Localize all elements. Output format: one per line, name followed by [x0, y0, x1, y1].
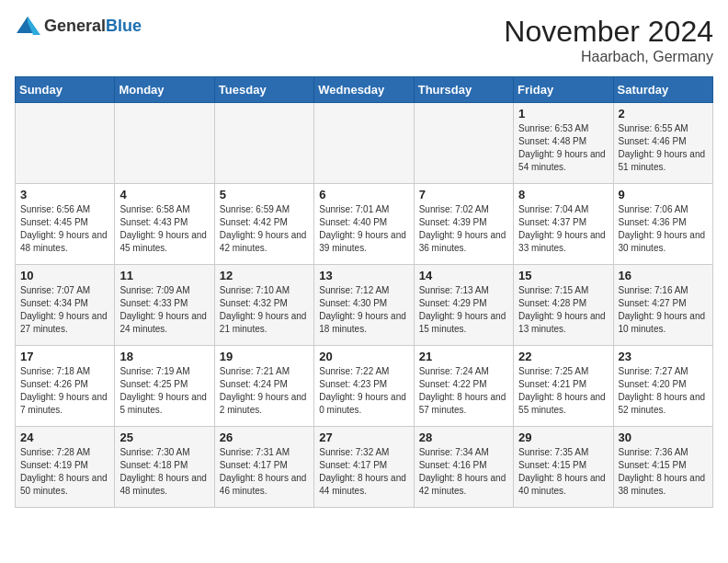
day-number: 26 [220, 431, 309, 444]
day-number: 13 [319, 269, 408, 282]
calendar-cell: 26Sunrise: 7:31 AM Sunset: 4:17 PM Dayli… [214, 427, 313, 508]
day-info: Sunrise: 6:58 AM Sunset: 4:43 PM Dayligh… [119, 203, 209, 255]
day-number: 7 [419, 188, 508, 201]
calendar-cell: 24Sunrise: 7:28 AM Sunset: 4:19 PM Dayli… [16, 427, 115, 508]
day-info: Sunrise: 7:13 AM Sunset: 4:29 PM Dayligh… [419, 284, 508, 336]
day-info: Sunrise: 7:15 AM Sunset: 4:28 PM Dayligh… [518, 284, 608, 336]
day-number: 4 [119, 188, 209, 201]
calendar-cell [414, 103, 513, 184]
day-number: 15 [518, 269, 608, 282]
calendar-cell: 28Sunrise: 7:34 AM Sunset: 4:16 PM Dayli… [414, 427, 513, 508]
day-number: 9 [619, 188, 708, 201]
calendar-cell: 7Sunrise: 7:02 AM Sunset: 4:39 PM Daylig… [414, 184, 513, 265]
calendar-cell: 2Sunrise: 6:55 AM Sunset: 4:46 PM Daylig… [613, 103, 712, 184]
calendar-cell: 1Sunrise: 6:53 AM Sunset: 4:48 PM Daylig… [514, 103, 613, 184]
day-number: 29 [518, 431, 608, 444]
calendar-week-row: 1Sunrise: 6:53 AM Sunset: 4:48 PM Daylig… [16, 103, 713, 184]
calendar-header: SundayMondayTuesdayWednesdayThursdayFrid… [16, 77, 713, 103]
calendar-cell [214, 103, 313, 184]
calendar-cell: 9Sunrise: 7:06 AM Sunset: 4:36 PM Daylig… [613, 184, 712, 265]
day-info: Sunrise: 7:35 AM Sunset: 4:15 PM Dayligh… [518, 446, 608, 498]
day-number: 10 [20, 269, 109, 282]
day-number: 1 [518, 107, 608, 121]
weekday-header: Wednesday [314, 77, 414, 103]
day-info: Sunrise: 7:25 AM Sunset: 4:21 PM Dayligh… [518, 365, 608, 417]
day-info: Sunrise: 7:01 AM Sunset: 4:40 PM Dayligh… [319, 203, 408, 255]
calendar-body: 1Sunrise: 6:53 AM Sunset: 4:48 PM Daylig… [16, 103, 713, 508]
calendar-cell: 8Sunrise: 7:04 AM Sunset: 4:37 PM Daylig… [514, 184, 613, 265]
day-info: Sunrise: 7:02 AM Sunset: 4:39 PM Dayligh… [419, 203, 508, 255]
day-number: 12 [220, 269, 309, 282]
title-block: November 2024 Haarbach, Germany [504, 15, 713, 65]
day-info: Sunrise: 7:09 AM Sunset: 4:33 PM Dayligh… [119, 284, 209, 336]
logo: GeneralBlue [15, 15, 142, 37]
day-number: 17 [20, 350, 109, 363]
logo-icon [15, 15, 40, 37]
day-info: Sunrise: 7:32 AM Sunset: 4:17 PM Dayligh… [319, 446, 408, 498]
weekday-header: Thursday [414, 77, 513, 103]
day-info: Sunrise: 7:31 AM Sunset: 4:17 PM Dayligh… [220, 446, 309, 498]
day-info: Sunrise: 7:07 AM Sunset: 4:34 PM Dayligh… [20, 284, 109, 336]
day-info: Sunrise: 7:16 AM Sunset: 4:27 PM Dayligh… [619, 284, 708, 336]
calendar-cell: 4Sunrise: 6:58 AM Sunset: 4:43 PM Daylig… [115, 184, 214, 265]
day-info: Sunrise: 7:12 AM Sunset: 4:30 PM Dayligh… [319, 284, 408, 336]
logo-general: General [44, 17, 106, 35]
day-number: 5 [220, 188, 309, 201]
calendar-week-row: 10Sunrise: 7:07 AM Sunset: 4:34 PM Dayli… [16, 265, 713, 346]
calendar-cell: 3Sunrise: 6:56 AM Sunset: 4:45 PM Daylig… [16, 184, 115, 265]
calendar-cell: 12Sunrise: 7:10 AM Sunset: 4:32 PM Dayli… [214, 265, 313, 346]
calendar-week-row: 3Sunrise: 6:56 AM Sunset: 4:45 PM Daylig… [16, 184, 713, 265]
month-title: November 2024 [504, 15, 713, 49]
calendar-cell: 6Sunrise: 7:01 AM Sunset: 4:40 PM Daylig… [314, 184, 414, 265]
calendar-cell: 25Sunrise: 7:30 AM Sunset: 4:18 PM Dayli… [115, 427, 214, 508]
calendar-table: SundayMondayTuesdayWednesdayThursdayFrid… [15, 76, 713, 508]
header-row: SundayMondayTuesdayWednesdayThursdayFrid… [16, 77, 713, 103]
day-number: 27 [319, 431, 408, 444]
weekday-header: Tuesday [214, 77, 313, 103]
day-number: 11 [119, 269, 209, 282]
day-number: 8 [518, 188, 608, 201]
day-number: 2 [619, 107, 708, 121]
day-number: 3 [20, 188, 109, 201]
weekday-header: Monday [115, 77, 214, 103]
calendar-cell: 27Sunrise: 7:32 AM Sunset: 4:17 PM Dayli… [314, 427, 414, 508]
calendar-cell: 17Sunrise: 7:18 AM Sunset: 4:26 PM Dayli… [16, 346, 115, 427]
weekday-header: Sunday [16, 77, 115, 103]
day-number: 25 [119, 431, 209, 444]
calendar-cell: 20Sunrise: 7:22 AM Sunset: 4:23 PM Dayli… [314, 346, 414, 427]
day-number: 14 [419, 269, 508, 282]
day-number: 22 [518, 350, 608, 363]
calendar-cell: 14Sunrise: 7:13 AM Sunset: 4:29 PM Dayli… [414, 265, 513, 346]
day-number: 21 [419, 350, 508, 363]
day-info: Sunrise: 7:28 AM Sunset: 4:19 PM Dayligh… [20, 446, 109, 498]
day-number: 18 [119, 350, 209, 363]
calendar-cell: 11Sunrise: 7:09 AM Sunset: 4:33 PM Dayli… [115, 265, 214, 346]
logo-blue: Blue [106, 17, 142, 35]
calendar-cell: 13Sunrise: 7:12 AM Sunset: 4:30 PM Dayli… [314, 265, 414, 346]
calendar-cell: 18Sunrise: 7:19 AM Sunset: 4:25 PM Dayli… [115, 346, 214, 427]
day-info: Sunrise: 6:56 AM Sunset: 4:45 PM Dayligh… [20, 203, 109, 255]
day-info: Sunrise: 6:53 AM Sunset: 4:48 PM Dayligh… [518, 122, 608, 174]
calendar-cell: 19Sunrise: 7:21 AM Sunset: 4:24 PM Dayli… [214, 346, 313, 427]
day-number: 23 [619, 350, 708, 363]
header: GeneralBlue November 2024 Haarbach, Germ… [15, 15, 713, 65]
calendar-cell: 10Sunrise: 7:07 AM Sunset: 4:34 PM Dayli… [16, 265, 115, 346]
day-number: 16 [619, 269, 708, 282]
day-info: Sunrise: 7:34 AM Sunset: 4:16 PM Dayligh… [419, 446, 508, 498]
day-info: Sunrise: 7:27 AM Sunset: 4:20 PM Dayligh… [619, 365, 708, 417]
calendar-cell: 5Sunrise: 6:59 AM Sunset: 4:42 PM Daylig… [214, 184, 313, 265]
day-info: Sunrise: 7:06 AM Sunset: 4:36 PM Dayligh… [619, 203, 708, 255]
day-info: Sunrise: 7:21 AM Sunset: 4:24 PM Dayligh… [220, 365, 309, 417]
calendar-cell [314, 103, 414, 184]
calendar-week-row: 24Sunrise: 7:28 AM Sunset: 4:19 PM Dayli… [16, 427, 713, 508]
day-number: 20 [319, 350, 408, 363]
day-number: 24 [20, 431, 109, 444]
day-info: Sunrise: 7:10 AM Sunset: 4:32 PM Dayligh… [220, 284, 309, 336]
calendar-cell [115, 103, 214, 184]
day-number: 19 [220, 350, 309, 363]
day-info: Sunrise: 6:59 AM Sunset: 4:42 PM Dayligh… [220, 203, 309, 255]
day-info: Sunrise: 7:36 AM Sunset: 4:15 PM Dayligh… [619, 446, 708, 498]
calendar-cell: 23Sunrise: 7:27 AM Sunset: 4:20 PM Dayli… [613, 346, 712, 427]
location-title: Haarbach, Germany [504, 49, 713, 65]
calendar-cell: 16Sunrise: 7:16 AM Sunset: 4:27 PM Dayli… [613, 265, 712, 346]
